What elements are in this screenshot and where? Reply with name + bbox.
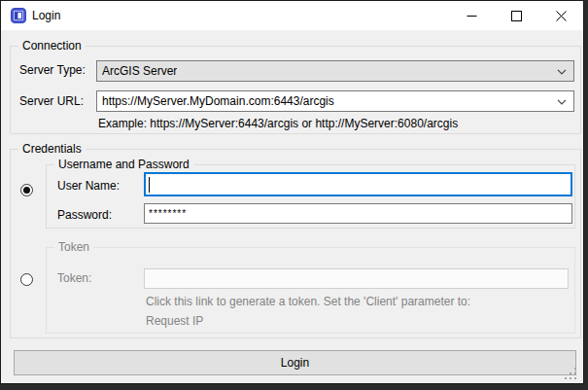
token-label: Token:: [57, 271, 91, 285]
user-name-input[interactable]: [144, 172, 572, 196]
token-input: [144, 268, 569, 289]
window-title: Login: [32, 9, 60, 22]
close-button[interactable]: [538, 1, 583, 30]
connection-group: Connection Server Type: ArcGIS Server Se…: [10, 46, 581, 134]
login-button[interactable]: Login: [14, 350, 576, 375]
resize-grip[interactable]: [564, 367, 577, 380]
screen: Login Connection Server Type: ArcGIS Ser…: [0, 0, 588, 390]
username-password-group-label: Username and Password: [54, 158, 193, 172]
server-type-label: Server Type:: [19, 63, 86, 77]
username-password-group: Username and Password User Name: Passwor…: [46, 164, 575, 229]
window-controls: [449, 1, 583, 30]
token-group: Token Token: Click this link to generate…: [46, 247, 575, 334]
server-url-label: Server URL:: [19, 94, 84, 108]
server-url-value: https://MyServer.MyDomain.com:6443/arcgi…: [102, 94, 334, 108]
connection-group-label: Connection: [18, 39, 86, 53]
minimize-button[interactable]: [449, 1, 494, 30]
token-radio[interactable]: [20, 273, 33, 286]
credentials-group: Credentials Username and Password User N…: [10, 149, 581, 338]
chevron-down-icon: [557, 99, 567, 105]
login-dialog: Login Connection Server Type: ArcGIS Ser…: [0, 0, 584, 384]
credentials-group-label: Credentials: [18, 142, 86, 157]
maximize-icon: [511, 11, 522, 21]
title-bar: Login: [1, 1, 583, 30]
token-group-label: Token: [54, 240, 93, 255]
server-type-value: ArcGIS Server: [102, 64, 177, 78]
server-url-example-text: Example: https://MyServer:6443/arcgis or…: [98, 117, 458, 130]
chevron-down-icon: [557, 69, 567, 75]
minimize-icon: [467, 11, 477, 21]
password-label: Password:: [57, 208, 112, 222]
username-password-radio[interactable]: [20, 184, 33, 196]
request-ip-text: Request IP: [146, 314, 203, 328]
token-help-text: Click this link to generate a token. Set…: [146, 295, 470, 308]
server-url-combobox[interactable]: https://MyServer.MyDomain.com:6443/arcgi…: [96, 90, 574, 112]
app-icon: [11, 8, 26, 23]
password-input[interactable]: [144, 203, 572, 224]
user-name-label: User Name:: [57, 179, 120, 193]
maximize-button[interactable]: [494, 1, 538, 30]
server-type-combobox[interactable]: ArcGIS Server: [96, 60, 574, 82]
close-icon: [556, 11, 567, 21]
